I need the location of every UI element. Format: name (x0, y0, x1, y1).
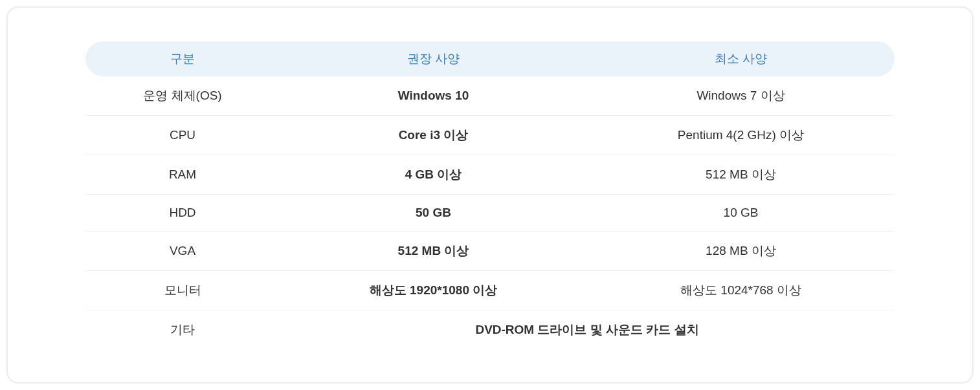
cell-category: HDD (85, 195, 280, 232)
cell-minimum: 128 MB 이상 (587, 232, 895, 271)
table-header-row: 구분 권장 사양 최소 사양 (85, 41, 895, 76)
cell-recommended: Windows 10 (280, 76, 587, 116)
cell-minimum: 10 GB (587, 195, 895, 232)
table-row: HDD 50 GB 10 GB (85, 195, 895, 232)
cell-recommended: 4 GB 이상 (280, 155, 587, 195)
table-row: 모니터 해상도 1920*1080 이상 해상도 1024*768 이상 (85, 271, 895, 310)
cell-category: 운영 체제(OS) (85, 76, 280, 116)
cell-category: VGA (85, 232, 280, 271)
cell-category: 모니터 (85, 271, 280, 310)
header-minimum: 최소 사양 (587, 41, 895, 76)
table-row: 기타 DVD-ROM 드라이브 및 사운드 카드 설치 (85, 310, 895, 350)
cell-minimum: 해상도 1024*768 이상 (587, 271, 895, 310)
table-row: 운영 체제(OS) Windows 10 Windows 7 이상 (85, 76, 895, 116)
table-row: RAM 4 GB 이상 512 MB 이상 (85, 155, 895, 195)
cell-merged: DVD-ROM 드라이브 및 사운드 카드 설치 (280, 310, 895, 350)
cell-category: CPU (85, 116, 280, 155)
table-row: CPU Core i3 이상 Pentium 4(2 GHz) 이상 (85, 116, 895, 155)
cell-recommended: 512 MB 이상 (280, 232, 587, 271)
spec-table: 구분 권장 사양 최소 사양 운영 체제(OS) Windows 10 Wind… (85, 41, 895, 349)
table-row: VGA 512 MB 이상 128 MB 이상 (85, 232, 895, 271)
header-category: 구분 (85, 41, 280, 76)
cell-recommended: Core i3 이상 (280, 116, 587, 155)
cell-category: 기타 (85, 310, 280, 350)
cell-minimum: 512 MB 이상 (587, 155, 895, 195)
cell-minimum: Windows 7 이상 (587, 76, 895, 116)
spec-card: 구분 권장 사양 최소 사양 운영 체제(OS) Windows 10 Wind… (6, 6, 974, 384)
cell-minimum: Pentium 4(2 GHz) 이상 (587, 116, 895, 155)
cell-recommended: 50 GB (280, 195, 587, 232)
cell-category: RAM (85, 155, 280, 195)
cell-recommended: 해상도 1920*1080 이상 (280, 271, 587, 310)
header-recommended: 권장 사양 (280, 41, 587, 76)
